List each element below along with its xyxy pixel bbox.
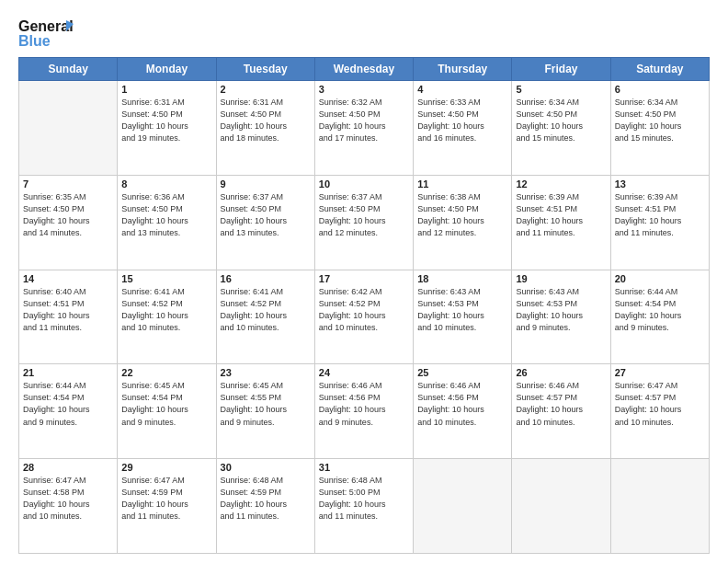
day-info: Sunrise: 6:45 AMSunset: 4:55 PMDaylight:…: [221, 380, 311, 428]
calendar-cell: [19, 81, 118, 176]
calendar-week-row: 28Sunrise: 6:47 AMSunset: 4:58 PMDayligh…: [19, 459, 710, 554]
day-number: 7: [23, 178, 113, 190]
calendar-cell: 18Sunrise: 6:43 AMSunset: 4:53 PMDayligh…: [414, 270, 512, 364]
calendar-header-monday: Monday: [118, 58, 216, 81]
day-number: 24: [319, 367, 409, 378]
calendar-cell: 24Sunrise: 6:46 AMSunset: 4:56 PMDayligh…: [314, 364, 413, 459]
calendar-cell: 2Sunrise: 6:31 AMSunset: 4:50 PMDaylight…: [216, 81, 314, 176]
day-number: 17: [319, 273, 409, 284]
day-info: Sunrise: 6:31 AMSunset: 4:50 PMDaylight:…: [221, 97, 311, 144]
calendar-cell: 10Sunrise: 6:37 AMSunset: 4:50 PMDayligh…: [314, 175, 413, 270]
day-info: Sunrise: 6:46 AMSunset: 4:56 PMDaylight:…: [319, 380, 409, 428]
calendar-cell: 30Sunrise: 6:48 AMSunset: 4:59 PMDayligh…: [216, 459, 314, 554]
day-number: 8: [121, 178, 211, 190]
calendar-header-sunday: Sunday: [19, 58, 118, 81]
calendar-cell: 19Sunrise: 6:43 AMSunset: 4:53 PMDayligh…: [512, 270, 610, 364]
day-info: Sunrise: 6:48 AMSunset: 4:59 PMDaylight:…: [221, 475, 311, 523]
calendar-cell: [414, 459, 512, 554]
calendar-cell: [610, 459, 709, 554]
day-number: 27: [615, 367, 705, 378]
calendar-cell: 23Sunrise: 6:45 AMSunset: 4:55 PMDayligh…: [216, 364, 314, 459]
day-info: Sunrise: 6:47 AMSunset: 4:57 PMDaylight:…: [615, 380, 705, 428]
calendar-cell: 22Sunrise: 6:45 AMSunset: 4:54 PMDayligh…: [118, 364, 216, 459]
calendar-cell: 11Sunrise: 6:38 AMSunset: 4:50 PMDayligh…: [414, 175, 512, 270]
day-number: 3: [319, 84, 409, 95]
logo-icon: GeneralBlue: [18, 17, 74, 50]
day-number: 22: [121, 367, 211, 378]
day-info: Sunrise: 6:38 AMSunset: 4:50 PMDaylight:…: [417, 191, 507, 239]
calendar-cell: 15Sunrise: 6:41 AMSunset: 4:52 PMDayligh…: [118, 270, 216, 364]
day-number: 13: [615, 178, 705, 190]
day-number: 18: [417, 273, 507, 284]
svg-text:General: General: [18, 18, 74, 34]
calendar-header-wednesday: Wednesday: [314, 58, 413, 81]
day-info: Sunrise: 6:46 AMSunset: 4:57 PMDaylight:…: [516, 380, 606, 428]
day-info: Sunrise: 6:42 AMSunset: 4:52 PMDaylight:…: [319, 286, 409, 334]
calendar-cell: 1Sunrise: 6:31 AMSunset: 4:50 PMDaylight…: [118, 81, 216, 176]
calendar-cell: 4Sunrise: 6:33 AMSunset: 4:50 PMDaylight…: [414, 81, 512, 176]
calendar-week-row: 1Sunrise: 6:31 AMSunset: 4:50 PMDaylight…: [19, 81, 710, 176]
calendar-header-tuesday: Tuesday: [216, 58, 314, 81]
calendar-cell: 26Sunrise: 6:46 AMSunset: 4:57 PMDayligh…: [512, 364, 610, 459]
calendar-cell: 25Sunrise: 6:46 AMSunset: 4:56 PMDayligh…: [414, 364, 512, 459]
day-info: Sunrise: 6:36 AMSunset: 4:50 PMDaylight:…: [121, 191, 211, 239]
calendar-cell: 12Sunrise: 6:39 AMSunset: 4:51 PMDayligh…: [512, 175, 610, 270]
day-info: Sunrise: 6:40 AMSunset: 4:51 PMDaylight:…: [23, 286, 113, 334]
day-info: Sunrise: 6:45 AMSunset: 4:54 PMDaylight:…: [121, 380, 211, 428]
calendar-cell: 8Sunrise: 6:36 AMSunset: 4:50 PMDaylight…: [118, 175, 216, 270]
day-number: 11: [417, 178, 507, 190]
day-info: Sunrise: 6:31 AMSunset: 4:50 PMDaylight:…: [121, 97, 211, 144]
day-info: Sunrise: 6:48 AMSunset: 5:00 PMDaylight:…: [319, 475, 409, 523]
calendar-cell: 21Sunrise: 6:44 AMSunset: 4:54 PMDayligh…: [19, 364, 118, 459]
day-number: 1: [121, 84, 211, 95]
calendar-header-saturday: Saturday: [610, 58, 709, 81]
page: GeneralBlue SundayMondayTuesdayWednesday…: [0, 0, 728, 563]
day-number: 31: [319, 462, 409, 473]
day-number: 9: [221, 178, 311, 190]
day-info: Sunrise: 6:41 AMSunset: 4:52 PMDaylight:…: [121, 286, 211, 334]
day-info: Sunrise: 6:43 AMSunset: 4:53 PMDaylight:…: [417, 286, 507, 334]
day-info: Sunrise: 6:35 AMSunset: 4:50 PMDaylight:…: [23, 191, 113, 239]
calendar-cell: 17Sunrise: 6:42 AMSunset: 4:52 PMDayligh…: [314, 270, 413, 364]
day-info: Sunrise: 6:47 AMSunset: 4:59 PMDaylight:…: [121, 475, 211, 523]
day-info: Sunrise: 6:46 AMSunset: 4:56 PMDaylight:…: [417, 380, 507, 428]
calendar-cell: 14Sunrise: 6:40 AMSunset: 4:51 PMDayligh…: [19, 270, 118, 364]
calendar-cell: [512, 459, 610, 554]
calendar-cell: 20Sunrise: 6:44 AMSunset: 4:54 PMDayligh…: [610, 270, 709, 364]
calendar-cell: 13Sunrise: 6:39 AMSunset: 4:51 PMDayligh…: [610, 175, 709, 270]
logo: GeneralBlue: [18, 17, 74, 50]
calendar-cell: 16Sunrise: 6:41 AMSunset: 4:52 PMDayligh…: [216, 270, 314, 364]
day-info: Sunrise: 6:34 AMSunset: 4:50 PMDaylight:…: [516, 97, 606, 144]
day-number: 14: [23, 273, 113, 284]
day-number: 2: [221, 84, 311, 95]
day-info: Sunrise: 6:34 AMSunset: 4:50 PMDaylight:…: [615, 97, 705, 144]
calendar-cell: 6Sunrise: 6:34 AMSunset: 4:50 PMDaylight…: [610, 81, 709, 176]
day-info: Sunrise: 6:44 AMSunset: 4:54 PMDaylight:…: [615, 286, 705, 334]
day-number: 29: [121, 462, 211, 473]
calendar-table: SundayMondayTuesdayWednesdayThursdayFrid…: [18, 57, 710, 554]
day-number: 10: [319, 178, 409, 190]
calendar-header-friday: Friday: [512, 58, 610, 81]
calendar-cell: 9Sunrise: 6:37 AMSunset: 4:50 PMDaylight…: [216, 175, 314, 270]
day-info: Sunrise: 6:37 AMSunset: 4:50 PMDaylight:…: [221, 191, 311, 239]
day-info: Sunrise: 6:32 AMSunset: 4:50 PMDaylight:…: [319, 97, 409, 144]
day-number: 4: [417, 84, 507, 95]
day-number: 20: [615, 273, 705, 284]
day-info: Sunrise: 6:37 AMSunset: 4:50 PMDaylight:…: [319, 191, 409, 239]
day-number: 16: [221, 273, 311, 284]
day-info: Sunrise: 6:44 AMSunset: 4:54 PMDaylight:…: [23, 380, 113, 428]
day-info: Sunrise: 6:41 AMSunset: 4:52 PMDaylight:…: [221, 286, 311, 334]
calendar-header-row: SundayMondayTuesdayWednesdayThursdayFrid…: [19, 58, 710, 81]
calendar-week-row: 7Sunrise: 6:35 AMSunset: 4:50 PMDaylight…: [19, 175, 710, 270]
svg-text:Blue: Blue: [18, 33, 51, 49]
day-number: 26: [516, 367, 606, 378]
day-number: 28: [23, 462, 113, 473]
header: GeneralBlue: [18, 17, 710, 50]
calendar-cell: 7Sunrise: 6:35 AMSunset: 4:50 PMDaylight…: [19, 175, 118, 270]
day-info: Sunrise: 6:43 AMSunset: 4:53 PMDaylight:…: [516, 286, 606, 334]
day-number: 30: [221, 462, 311, 473]
day-number: 25: [417, 367, 507, 378]
calendar-cell: 27Sunrise: 6:47 AMSunset: 4:57 PMDayligh…: [610, 364, 709, 459]
calendar-cell: 29Sunrise: 6:47 AMSunset: 4:59 PMDayligh…: [118, 459, 216, 554]
day-number: 23: [221, 367, 311, 378]
